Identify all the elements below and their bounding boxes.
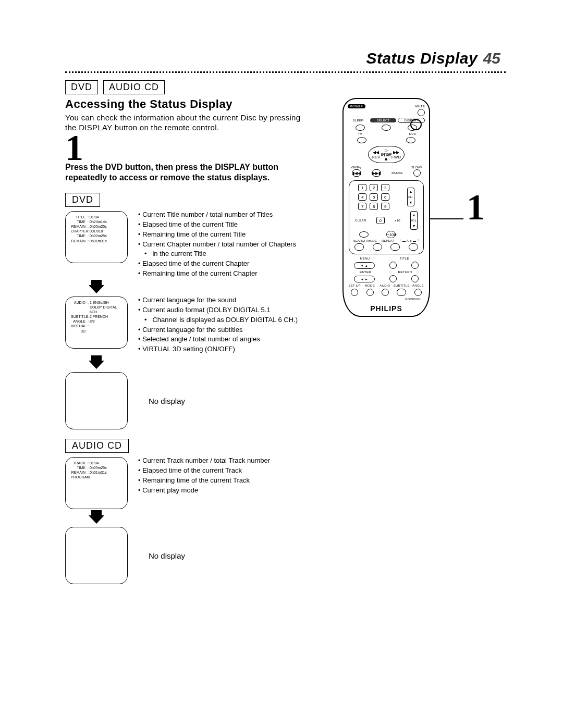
format-tags: DVD AUDIO CD	[65, 80, 506, 94]
key-9[interactable]: 9	[381, 203, 389, 210]
step-instruction: Press the DVD button, then press the DIS…	[65, 162, 289, 184]
angle-button[interactable]	[414, 289, 422, 296]
transport-dpad[interactable]: ▷PLAY ◀◀REV ▶▶FWD STOP■	[368, 146, 405, 163]
title-button[interactable]	[411, 262, 419, 269]
page-header: Status Display 45	[65, 50, 506, 67]
remote-control: POWER MUTE SLEEP SELECT DISPLAY TVDVD ▷P…	[342, 98, 430, 317]
key-3[interactable]: 3	[381, 184, 389, 191]
key-0[interactable]: 0	[376, 217, 385, 224]
callout-leader-line	[427, 218, 463, 219]
key-6[interactable]: 6	[381, 193, 389, 201]
select-button[interactable]	[382, 125, 391, 131]
numeric-keypad: 1 2 3 4 5 6 7 8 9 ▴CH.▾ CLEAR 0 +10 ▴VOL…	[349, 180, 424, 254]
page-number: 45	[483, 50, 500, 67]
model-label: NG280UD	[348, 298, 425, 301]
setup-button[interactable]	[351, 289, 358, 296]
key-7[interactable]: 7	[358, 203, 366, 210]
arrow-down-icon	[65, 355, 128, 371]
fwd-label: ▶▶FWD	[391, 150, 401, 159]
dvd-bullets-2: Current language for the soundCurrent au…	[138, 295, 298, 354]
sleep-button[interactable]	[356, 125, 365, 131]
header-divider	[65, 71, 506, 73]
tag-audio-cd: AUDIO CD	[103, 80, 165, 94]
pause-button[interactable]	[413, 169, 421, 177]
audiocd-screen-empty	[65, 527, 128, 584]
return-label: RETURN	[387, 270, 423, 274]
vol-rocker[interactable]: ▴VOL.▾	[410, 211, 418, 230]
skip-next-button[interactable]: ▶▶▮	[372, 169, 381, 177]
key-4[interactable]: 4	[358, 193, 366, 201]
arrow-down-icon	[65, 280, 128, 295]
skip-prev-button[interactable]: ▮◀◀	[352, 169, 361, 177]
header-title: Status Display	[366, 50, 478, 67]
enter-button[interactable]	[389, 275, 397, 282]
tv-label: TV	[348, 132, 372, 135]
audiocd-flow: TRACK:01/04TIME:0h05m25sREMAIN:0h01m31sP…	[65, 457, 506, 584]
title-label: TITLE	[387, 257, 422, 260]
audiocd-heading: AUDIO CD	[65, 439, 129, 453]
power-button[interactable]: POWER	[348, 104, 365, 108]
mute-label: MUTE	[415, 105, 425, 108]
svg-marker-0	[89, 280, 104, 293]
audio-label: AUDIO	[378, 284, 391, 287]
key-5[interactable]: 5	[370, 193, 378, 201]
return-button[interactable]	[411, 275, 419, 282]
dvd-screen-empty	[65, 372, 128, 429]
dvd-bullets-1: Current Title number / total number of T…	[138, 210, 296, 279]
setup-label: SET UP	[348, 284, 361, 287]
plus10-label: +10	[395, 219, 400, 222]
mode-button[interactable]	[366, 289, 374, 296]
pause-label: PAUSE	[391, 171, 402, 175]
mute-button[interactable]	[418, 109, 425, 116]
tv-button[interactable]	[357, 137, 366, 143]
ab2-button[interactable]	[409, 243, 418, 251]
select-label: SELECT	[370, 118, 396, 122]
menu-label: MENU	[348, 257, 382, 260]
rev-label: ◀◀REV	[372, 150, 380, 159]
sleep-label: SLEEP	[348, 119, 369, 122]
key-1[interactable]: 1	[358, 184, 366, 191]
nav-right-button[interactable]: ◂ ▸	[354, 276, 375, 282]
stop-label: STOP■	[381, 152, 392, 162]
svg-marker-1	[89, 355, 104, 369]
key-8[interactable]: 8	[370, 203, 378, 210]
dvd-heading: DVD	[65, 193, 100, 207]
key-2[interactable]: 2	[370, 184, 378, 191]
dvd-button[interactable]	[406, 137, 415, 143]
angle-label: ANGLE	[411, 284, 425, 287]
no-display-label: No display	[149, 397, 185, 405]
clear-label: CLEAR	[355, 219, 366, 222]
callout-number: 1	[467, 187, 485, 228]
audiocd-bullets: Current Track number / total Track numbe…	[138, 456, 270, 495]
remote-callout: POWER MUTE SLEEP SELECT DISPLAY TVDVD ▷P…	[342, 98, 485, 317]
brand-logo: PHILIPS	[348, 304, 425, 313]
ch-rocker[interactable]: ▴CH.▾	[407, 188, 414, 206]
ab-button[interactable]	[390, 243, 400, 251]
searchmode-button[interactable]	[354, 243, 364, 251]
subtitle-button[interactable]	[397, 289, 406, 296]
clear-button[interactable]	[359, 231, 369, 238]
repeat-label: REPEAT	[382, 239, 394, 242]
display-highlight-icon	[410, 119, 422, 130]
no-display-label: No display	[149, 551, 185, 560]
subtitle-label: SUBTITLE	[394, 284, 410, 287]
plus100-button[interactable]: +100	[386, 231, 396, 238]
dvd-screen-1: TITLE:01/04TIME:0h24m14sREMAIN:0h05m25sC…	[65, 211, 128, 263]
repeat-button[interactable]	[373, 243, 382, 251]
tag-dvd: DVD	[65, 80, 98, 94]
searchmode-label: SEARCH MODE	[353, 239, 377, 242]
mode-label: MODE	[363, 284, 376, 287]
arrow-down-icon	[65, 510, 128, 526]
dvd-label: DVD	[400, 132, 425, 135]
audiocd-screen: TRACK:01/04TIME:0h05m25sREMAIN:0h01m31sP…	[65, 457, 128, 509]
enter-label: ENTER	[348, 270, 383, 274]
audio-button[interactable]	[382, 289, 389, 296]
nav-left-button[interactable]: ▾ ▴	[354, 262, 375, 269]
svg-marker-2	[89, 510, 104, 524]
dvd-screen-2: AUDIO:1 ENGLISHDOLBY DIGITAL6CH.SUBTITLE…	[65, 297, 128, 349]
menu-button[interactable]	[389, 262, 397, 269]
